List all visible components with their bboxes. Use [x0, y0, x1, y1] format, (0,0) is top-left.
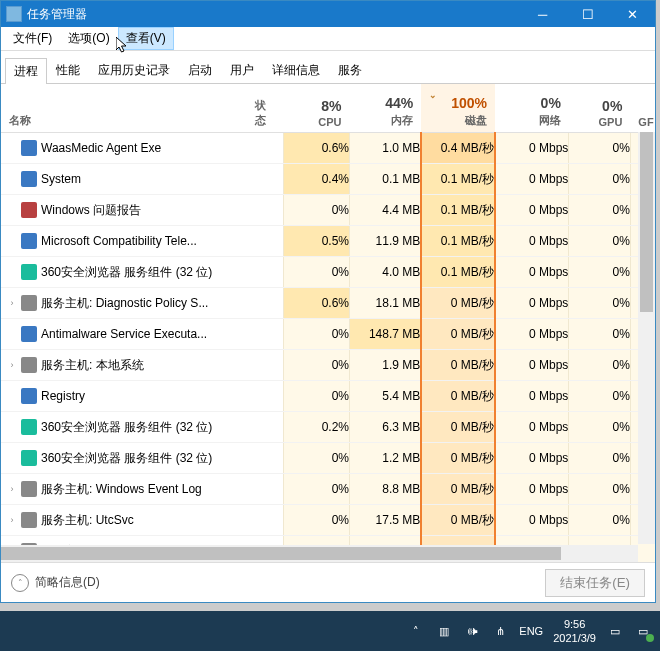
- mem-cell: 0.1 MB: [350, 164, 422, 195]
- cpu-cell: 0%: [284, 381, 350, 412]
- disk-cell: 0.1 MB/秒: [421, 195, 495, 226]
- disk-cell: 0.1 MB/秒: [421, 164, 495, 195]
- close-button[interactable]: ✕: [610, 1, 655, 27]
- scrollbar-thumb[interactable]: [1, 547, 561, 560]
- process-icon: [21, 419, 37, 435]
- process-row[interactable]: ›服务主机: UtcSvc0%17.5 MB0 MB/秒0 Mbps0%: [1, 505, 655, 536]
- col-header-disk[interactable]: ⌄100%磁盘: [421, 84, 495, 133]
- tray-chevron-icon[interactable]: ˄: [407, 622, 425, 640]
- col-header-memory[interactable]: 44%内存: [350, 84, 422, 133]
- process-row[interactable]: Windows 问题报告0%4.4 MB0.1 MB/秒0 Mbps0%: [1, 195, 655, 226]
- process-row[interactable]: ›服务主机: Diagnostic Policy S...0.6%18.1 MB…: [1, 288, 655, 319]
- disk-cell: 0.1 MB/秒: [421, 257, 495, 288]
- notifications-icon[interactable]: ▭: [606, 622, 624, 640]
- horizontal-scrollbar[interactable]: [1, 545, 638, 562]
- net-cell: 0 Mbps: [495, 288, 569, 319]
- scrollbar-thumb[interactable]: [640, 132, 653, 312]
- clock[interactable]: 9:56 2021/3/9: [553, 617, 596, 646]
- net-cell: 0 Mbps: [495, 381, 569, 412]
- process-row[interactable]: ›服务主机: 本地系统0%1.9 MB0 MB/秒0 Mbps0%: [1, 350, 655, 381]
- cpu-cell: 0.5%: [284, 226, 350, 257]
- net-cell: 0 Mbps: [495, 319, 569, 350]
- tab-2[interactable]: 应用历史记录: [89, 57, 179, 83]
- gpu-cell: 0%: [569, 319, 631, 350]
- process-name: 服务主机: 本地系统: [41, 357, 144, 374]
- col-header-name[interactable]: 名称: [1, 84, 247, 133]
- menu-view[interactable]: 查看(V): [118, 27, 174, 50]
- col-header-gpu[interactable]: 0%GPU: [569, 84, 631, 133]
- ime-indicator[interactable]: ENG: [519, 625, 543, 637]
- tab-1[interactable]: 性能: [47, 57, 89, 83]
- net-cell: 0 Mbps: [495, 133, 569, 164]
- mem-cell: 1.9 MB: [350, 350, 422, 381]
- process-row[interactable]: ›服务主机: Windows Event Log0%8.8 MB0 MB/秒0 …: [1, 474, 655, 505]
- process-icon: [21, 140, 37, 156]
- disk-cell: 0.1 MB/秒: [421, 226, 495, 257]
- tab-5[interactable]: 详细信息: [263, 57, 329, 83]
- process-row[interactable]: Antimalware Service Executa...0%148.7 MB…: [1, 319, 655, 350]
- fewer-details-button[interactable]: ˄ 简略信息(D): [11, 574, 100, 592]
- menubar: 文件(F) 选项(O) 查看(V): [1, 27, 655, 51]
- process-icon: [21, 233, 37, 249]
- process-name: System: [41, 172, 81, 186]
- gpu-cell: 0%: [569, 443, 631, 474]
- cpu-cell: 0.6%: [284, 133, 350, 164]
- process-row[interactable]: Registry0%5.4 MB0 MB/秒0 Mbps0%: [1, 381, 655, 412]
- mem-cell: 1.0 MB: [350, 133, 422, 164]
- tab-4[interactable]: 用户: [221, 57, 263, 83]
- volume-icon[interactable]: 🕪: [463, 622, 481, 640]
- process-row[interactable]: 360安全浏览器 服务组件 (32 位)0%1.2 MB0 MB/秒0 Mbps…: [1, 443, 655, 474]
- expand-icon[interactable]: ›: [7, 484, 17, 494]
- gpu-cell: 0%: [569, 505, 631, 536]
- taskbar[interactable]: ˄ ▥ 🕪 ⋔ ENG 9:56 2021/3/9 ▭ ▭: [0, 611, 660, 651]
- battery-icon[interactable]: ▥: [435, 622, 453, 640]
- process-name: 服务主机: Windows Event Log: [41, 481, 202, 498]
- cpu-cell: 0.6%: [284, 288, 350, 319]
- expand-icon[interactable]: ›: [7, 298, 17, 308]
- process-name: Registry: [41, 389, 85, 403]
- process-icon: [21, 357, 37, 373]
- tab-6[interactable]: 服务: [329, 57, 371, 83]
- process-row[interactable]: 360安全浏览器 服务组件 (32 位)0%4.0 MB0.1 MB/秒0 Mb…: [1, 257, 655, 288]
- end-task-button[interactable]: 结束任务(E): [545, 569, 645, 597]
- chevron-up-icon: ˄: [11, 574, 29, 592]
- disk-cell: 0 MB/秒: [421, 474, 495, 505]
- process-row[interactable]: 360安全浏览器 服务组件 (32 位)0.2%6.3 MB0 MB/秒0 Mb…: [1, 412, 655, 443]
- net-cell: 0 Mbps: [495, 257, 569, 288]
- expand-icon[interactable]: ›: [7, 515, 17, 525]
- maximize-button[interactable]: ☐: [565, 1, 610, 27]
- process-row[interactable]: Microsoft Compatibility Tele...0.5%11.9 …: [1, 226, 655, 257]
- process-name: Antimalware Service Executa...: [41, 327, 207, 341]
- titlebar[interactable]: 任务管理器 ─ ☐ ✕: [1, 1, 655, 27]
- mem-cell: 148.7 MB: [350, 319, 422, 350]
- expand-icon[interactable]: ›: [7, 360, 17, 370]
- col-header-network[interactable]: 0%网络: [495, 84, 569, 133]
- process-row[interactable]: System0.4%0.1 MB0.1 MB/秒0 Mbps0%: [1, 164, 655, 195]
- gpu-cell: 0%: [569, 412, 631, 443]
- sort-desc-icon: ⌄: [429, 90, 437, 100]
- menu-options[interactable]: 选项(O): [60, 27, 117, 50]
- net-cell: 0 Mbps: [495, 195, 569, 226]
- gpu-cell: 0%: [569, 257, 631, 288]
- net-cell: 0 Mbps: [495, 350, 569, 381]
- tab-0[interactable]: 进程: [5, 58, 47, 84]
- vertical-scrollbar[interactable]: [638, 132, 655, 544]
- minimize-button[interactable]: ─: [520, 1, 565, 27]
- process-name: 服务主机: UtcSvc: [41, 512, 134, 529]
- process-name: Windows 问题报告: [41, 202, 141, 219]
- col-header-cpu[interactable]: 8%CPU: [284, 84, 350, 133]
- menu-file[interactable]: 文件(F): [5, 27, 60, 50]
- process-row[interactable]: WaasMedic Agent Exe0.6%1.0 MB0.4 MB/秒0 M…: [1, 133, 655, 164]
- app-icon: [6, 6, 22, 22]
- col-header-extra[interactable]: GF: [630, 84, 655, 133]
- tab-3[interactable]: 启动: [179, 57, 221, 83]
- footer: ˄ 简略信息(D) 结束任务(E): [1, 562, 655, 602]
- gpu-cell: 0%: [569, 381, 631, 412]
- task-manager-window: 任务管理器 ─ ☐ ✕ 文件(F) 选项(O) 查看(V) 进程性能应用历史记录…: [0, 0, 656, 603]
- wifi-icon[interactable]: ⋔: [491, 622, 509, 640]
- process-icon: [21, 326, 37, 342]
- col-header-status[interactable]: 状态: [247, 84, 284, 133]
- action-center-icon[interactable]: ▭: [634, 622, 652, 640]
- mem-cell: 4.4 MB: [350, 195, 422, 226]
- mem-cell: 1.2 MB: [350, 443, 422, 474]
